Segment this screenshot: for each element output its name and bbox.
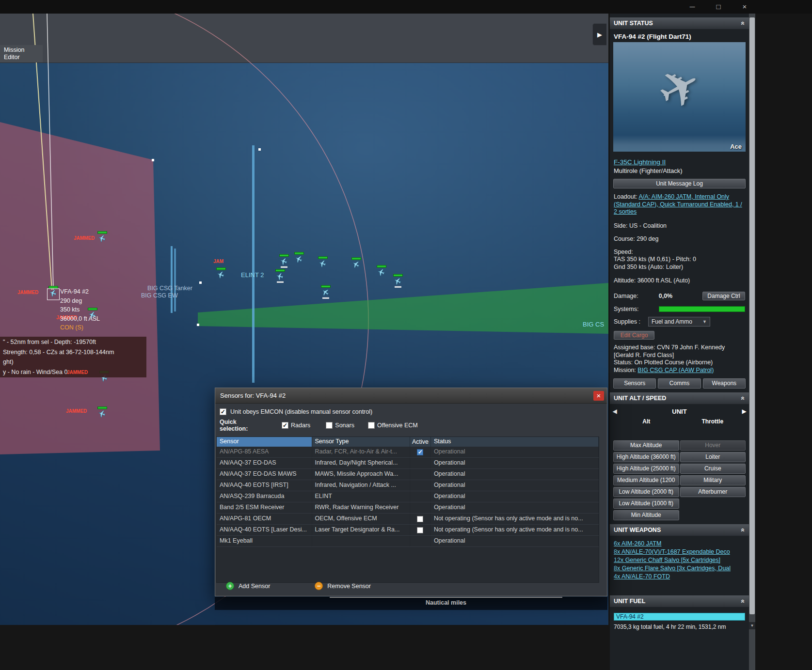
unit-nav-label: UNIT [619, 408, 740, 415]
sonars-checkbox[interactable]: ✓ [326, 422, 333, 429]
patrol-corridor-polygon[interactable] [198, 283, 608, 334]
offensive-ecm-checkbox[interactable]: ✓ [368, 422, 375, 429]
alt-button-low-2000[interactable]: Low Altitude (2000 ft) [613, 487, 679, 497]
tab-sensors[interactable]: Sensors [613, 378, 656, 389]
alt-button-min[interactable]: Min Altitude [613, 510, 679, 520]
sensor-row[interactable]: Band 2/5 ESM Receiver RWR, Radar Warning… [217, 502, 599, 514]
sensor-row[interactable]: AN/AAQ-37 EO-DAS MAWS MAWS, Missile Appr… [217, 469, 599, 480]
sensor-active-checkbox[interactable]: ✓ [417, 527, 423, 533]
throttle-button-loiter[interactable]: Loiter [680, 452, 746, 462]
next-unit-arrow-icon[interactable]: ▶ [740, 408, 748, 415]
weapon-link[interactable]: 12x Generic Chaff Salvo [5x Cartridges] [614, 557, 720, 563]
maximize-icon[interactable]: □ [705, 0, 732, 14]
mission-link[interactable]: BIG CSG CAP (AAW Patrol) [637, 367, 714, 374]
mission-editor-tab[interactable]: Mission Editor [0, 45, 43, 62]
aircraft-marker[interactable] [293, 252, 305, 264]
sensor-active-checkbox[interactable]: ✓ [417, 449, 423, 455]
column-header-status[interactable]: Status [431, 437, 599, 447]
emcon-label: Unit obeys EMCON (disables manual sensor… [230, 408, 372, 415]
collapse-icon[interactable]: « [739, 396, 747, 400]
alt-button-high-25000[interactable]: High Altitude (25000 ft) [613, 464, 679, 474]
sensor-type: Infrared, Day/Night Spherical... [312, 458, 410, 468]
collapse-icon[interactable]: « [739, 528, 747, 532]
sensor-status: Operational [431, 458, 599, 468]
throttle-button-cruise[interactable]: Cruise [680, 464, 746, 474]
aircraft-marker-selected[interactable] [48, 286, 59, 297]
aircraft-marker[interactable] [274, 269, 286, 283]
unit-fuel-header[interactable]: UNIT FUEL « [610, 595, 749, 607]
tab-comms[interactable]: Comms [658, 378, 701, 389]
scrollbar-down-icon[interactable]: ▼ [749, 622, 755, 629]
sidebar-scrollbar[interactable]: ▼ [749, 14, 755, 670]
add-sensor-button[interactable]: Add Sensor [239, 583, 270, 590]
throttle-button-hover[interactable]: Hover [680, 440, 746, 451]
sensors-table-header[interactable]: Sensor Sensor Type Active Status [217, 437, 599, 447]
aircraft-icon [293, 253, 305, 265]
alt-button-medium[interactable]: Medium Altitude (1200 [613, 475, 679, 485]
sensor-active-checkbox[interactable]: ✓ [417, 516, 423, 522]
weapon-link[interactable]: 6x AIM-260 JATM [614, 540, 661, 547]
alt-button-high-36000[interactable]: High Altitude (36000 ft) [613, 452, 679, 462]
vertex-handle[interactable] [152, 159, 154, 161]
throttle-button-military[interactable]: Military [680, 475, 746, 485]
alt-button-low-1000[interactable]: Low Altitude (1000 ft) [613, 499, 679, 509]
aircraft-marker[interactable] [392, 274, 404, 288]
sensor-row[interactable]: AN/APG-85 AESA Radar, FCR, Air-to-Air & … [217, 447, 599, 458]
column-header-active[interactable]: Active [410, 437, 431, 447]
throttle-button-afterburner[interactable]: Afterburner [680, 487, 746, 497]
tab-weapons[interactable]: Weapons [703, 378, 746, 389]
collapse-icon[interactable]: « [739, 599, 747, 603]
sensor-row[interactable]: Mk1 Eyeball Operational [217, 536, 599, 547]
aircraft-marker[interactable] [215, 267, 227, 279]
unit-status-sidebar: UNIT STATUS « VFA-94 #2 (Flight Dart71) … [610, 14, 749, 670]
sensor-row[interactable]: AN/AAQ-40 EOTS [Laser Desi... Laser Targ… [217, 525, 599, 536]
edit-cargo-button[interactable]: Edit Cargo [614, 331, 654, 340]
aircraft-marker[interactable] [350, 257, 362, 269]
sensor-row[interactable]: AN/AAQ-40 EOTS [IRST] Infrared, Navigati… [217, 480, 599, 491]
sensors-table: Sensor Sensor Type Active Status AN/APG-… [216, 436, 599, 583]
aircraft-marker[interactable] [278, 254, 290, 268]
panel-expand-tab[interactable]: ▶ [592, 23, 606, 46]
radars-checkbox[interactable]: ✓ [282, 422, 288, 429]
aircraft-marker[interactable] [96, 406, 108, 418]
damage-ctrl-button[interactable]: Damage Ctrl [702, 292, 745, 300]
prev-unit-arrow-icon[interactable]: ◀ [611, 408, 619, 415]
supplies-dropdown[interactable]: Fuel and Ammo ▼ [648, 317, 710, 327]
minimize-icon[interactable]: ─ [679, 0, 705, 14]
unit-message-log-button[interactable]: Unit Message Log [613, 179, 746, 188]
remove-sensor-icon[interactable]: − [315, 582, 323, 590]
aircraft-marker[interactable] [320, 285, 332, 299]
weapon-link[interactable]: 8x AN/ALE-70(V)/T-1687 Expendable Deco [614, 548, 730, 555]
vertex-handle[interactable] [258, 148, 261, 151]
alt-button-max[interactable]: Max Altitude [613, 440, 679, 451]
weapon-link[interactable]: 4x AN/ALE-70 FOTD [614, 573, 670, 580]
sensor-row[interactable]: AN/APG-81 OECM OECM, Offensive ECM ✓ Not… [217, 514, 599, 525]
aircraft-marker[interactable] [317, 256, 329, 268]
speed-line1: TAS 350 kts (M 0,61) - Pitch: 0 [614, 256, 745, 264]
emcon-checkbox[interactable]: ✓ [220, 408, 226, 415]
unit-alt-speed-header[interactable]: UNIT ALT / SPEED « [610, 392, 749, 404]
window-titlebar: ─ □ × [0, 0, 812, 14]
sensor-row[interactable]: AN/ASQ-239 Barracuda ELINT Operational [217, 491, 599, 502]
unit-status-header[interactable]: UNIT STATUS « [610, 17, 749, 29]
aircraft-marker[interactable] [376, 265, 387, 277]
close-icon[interactable]: × [732, 0, 758, 14]
aircraft-marker[interactable] [96, 231, 108, 243]
unit-weapons-header[interactable]: UNIT WEAPONS « [610, 524, 749, 536]
remove-sensor-button[interactable]: Remove Sensor [327, 583, 371, 590]
add-sensor-icon[interactable]: + [226, 582, 234, 590]
vertex-handle[interactable] [199, 281, 202, 284]
sensor-status: Not operating (Sensor has only active mo… [431, 525, 599, 535]
column-header-sensor-type[interactable]: Sensor Type [312, 437, 410, 447]
sensors-dialog-titlebar[interactable]: Sensors for: VFA-94 #2 [215, 388, 607, 404]
sensor-status: Operational [431, 502, 599, 513]
column-header-sensor[interactable]: Sensor [217, 437, 312, 447]
vertex-handle[interactable] [197, 324, 199, 326]
weapon-link[interactable]: 8x Generic Flare Salvo [3x Cartridges, D… [614, 565, 731, 572]
collapse-icon[interactable]: « [739, 21, 747, 25]
sensor-row[interactable]: AN/AAQ-37 EO-DAS Infrared, Day/Night Sph… [217, 458, 599, 469]
sensor-line [171, 246, 173, 313]
scrollbar-thumb[interactable] [749, 17, 755, 614]
dialog-close-button[interactable]: × [593, 391, 604, 401]
aircraft-type-link[interactable]: F-35C Lightning II [614, 158, 666, 166]
